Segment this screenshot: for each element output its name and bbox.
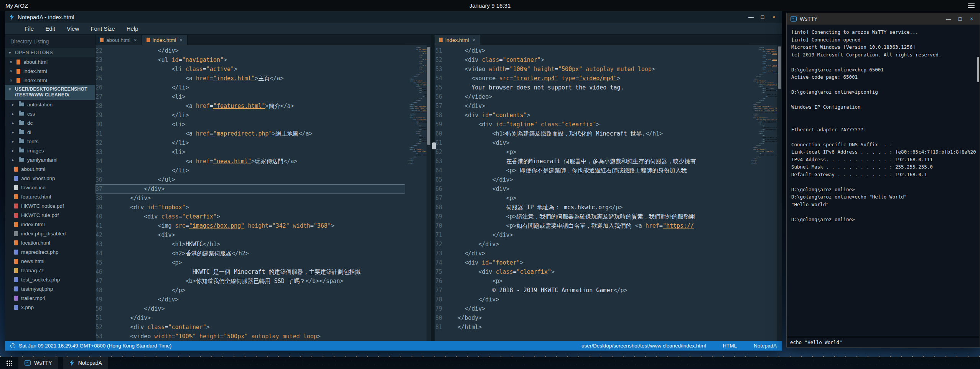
file-item-index.php_disabled[interactable]: index.php_disabled xyxy=(5,229,95,238)
app-launcher-button[interactable] xyxy=(4,358,14,368)
code-line[interactable]: 53 <video width="100%" height="500px" au… xyxy=(96,332,405,341)
file-item-location.html[interactable]: location.html xyxy=(5,238,95,247)
close-icon[interactable]: × xyxy=(10,68,13,74)
minimap-right[interactable]: </div> <ul id="navigation"> <li class="a… xyxy=(748,45,777,341)
code-line[interactable]: 81 </html> xyxy=(435,323,748,332)
editor-tab-about.html[interactable]: about.html× xyxy=(96,35,142,45)
code-line[interactable]: 40 <div class="clearfix"> xyxy=(96,212,405,221)
code-line[interactable]: 33 <li> xyxy=(96,147,405,157)
pane-splitter[interactable] xyxy=(431,35,435,341)
code-line[interactable]: 63 在香港的Minecraft 伺服器中，多為小遊戲和純生存的伺服器，較少擁有 xyxy=(435,157,748,166)
statusbar-language[interactable]: HTML xyxy=(723,343,737,349)
code-line[interactable]: 37 </div> xyxy=(96,184,405,194)
code-line[interactable]: 72 </div> xyxy=(435,240,748,249)
menu-font-size[interactable]: Font Size xyxy=(85,23,120,34)
file-item-about.html[interactable]: about.html xyxy=(5,164,95,174)
menu-help[interactable]: Help xyxy=(121,23,144,34)
code-line[interactable]: 71 </div> xyxy=(435,230,748,240)
code-line[interactable]: 26 </li> xyxy=(96,83,405,92)
code-line[interactable]: 57 </div> xyxy=(435,101,748,111)
code-line[interactable]: 79 </div> xyxy=(435,304,748,313)
code-line[interactable]: 67 <p> xyxy=(435,194,748,203)
close-button[interactable]: × xyxy=(966,13,977,25)
code-line[interactable]: 22 </div> xyxy=(96,46,405,55)
code-line[interactable]: 23 <ul id="navigation"> xyxy=(96,55,405,65)
code-line[interactable]: 78 </div> xyxy=(435,295,748,304)
code-line[interactable]: 32 </li> xyxy=(96,138,405,147)
file-item-favicon.ico[interactable]: favicon.ico xyxy=(5,183,95,192)
workspace-folder-header[interactable]: ▾ USER/DESKTOP/SCREENSHOT /TEST/WWW CLEA… xyxy=(5,85,95,100)
code-line[interactable]: 61 <div> xyxy=(435,138,748,147)
code-line[interactable]: 25 <a href="index.html">主頁</a> xyxy=(96,74,405,83)
notepada-titlebar[interactable]: NotepadA - index.html —□× xyxy=(5,11,782,23)
code-line[interactable]: 62 <p> xyxy=(435,147,748,157)
code-line[interactable]: 29 </li> xyxy=(96,111,405,120)
code-line[interactable]: 51 </div> xyxy=(435,46,748,55)
taskbar-item-wstty[interactable]: WsTTY xyxy=(18,357,58,369)
code-line[interactable]: 77 © 2018 - 2019 HKWTC Animation Gamer</… xyxy=(435,286,748,295)
scrollbar-left[interactable] xyxy=(427,45,431,341)
code-line[interactable]: 47 <b>你知道我們全線伺服器已轉用 SSD 了嗎？</b></span> xyxy=(96,276,405,286)
scrollbar-thumb[interactable] xyxy=(427,47,430,145)
code-line[interactable]: 59 <div id="tagline" class="clearfix"> xyxy=(435,120,748,129)
code-line[interactable]: 31 <a href="mapredirect.php">網上地圖</a> xyxy=(96,129,405,138)
code-line[interactable]: 60 <h1>特別為建築及鐵路而設，現代化的 Minecraft 世界.</h1… xyxy=(435,129,748,138)
folder-item-fonts[interactable]: ▸fonts xyxy=(5,137,95,146)
code-line[interactable]: 52 <div class="container"> xyxy=(96,323,405,332)
file-item-news.html[interactable]: news.html xyxy=(5,256,95,266)
code-line[interactable]: 38 </div> xyxy=(96,194,405,203)
code-line[interactable]: 73 </div> xyxy=(435,249,748,258)
code-line[interactable]: 51 </div> xyxy=(96,313,405,323)
file-item-features.html[interactable]: features.html xyxy=(5,192,95,201)
minimize-button[interactable]: — xyxy=(943,13,954,25)
code-line[interactable]: 74 <div id="footer"> xyxy=(435,258,748,267)
code-line[interactable]: 43 <h1>HKWTC</h1> xyxy=(96,240,405,249)
code-line[interactable]: 65 </div> xyxy=(435,175,748,184)
file-item-testmysql.php[interactable]: testmysql.php xyxy=(5,284,95,293)
code-line[interactable]: 45 <p> xyxy=(96,258,405,267)
folder-item-images[interactable]: ▸images xyxy=(5,146,95,155)
file-item-trailer.mp4[interactable]: trailer.mp4 xyxy=(5,293,95,303)
hamburger-menu-icon[interactable] xyxy=(968,3,975,8)
code-line[interactable]: 44 <h2>香港的建築伺服器</h2> xyxy=(96,249,405,258)
terminal-input[interactable]: echo "Hello World" xyxy=(787,337,980,347)
code-line[interactable]: 28 <a href="features.html">簡介</a> xyxy=(96,101,405,111)
file-item-index.html[interactable]: index.html xyxy=(5,220,95,229)
code-line[interactable]: 35 </li> xyxy=(96,166,405,175)
terminal-output-area[interactable]: [info] Conencting to arozos WsTTY servic… xyxy=(787,25,980,337)
code-line[interactable]: 52 <div class="container"> xyxy=(435,55,748,65)
code-line[interactable]: 27 <li> xyxy=(96,92,405,101)
code-line[interactable]: 48 </p> xyxy=(96,286,405,295)
file-item-HKWTC notice.pdf[interactable]: HKWTC notice.pdf xyxy=(5,201,95,210)
scrollbar-right[interactable] xyxy=(777,45,782,341)
file-item-mapredirect.php[interactable]: mapredirect.php xyxy=(5,247,95,256)
code-line[interactable]: 69 <p>請注意，我們的伺服器為確保玩家及遊玩時的質素，我們對外的服務開 xyxy=(435,212,748,221)
code-line[interactable]: 68 伺服器 IP 地址為： mcs.hkwtc.org</p> xyxy=(435,203,748,212)
open-editor-item[interactable]: ×index.html xyxy=(5,66,95,76)
minimap-left[interactable]: </div> <ul id="navigation"> <li class="a… xyxy=(405,45,427,341)
code-line[interactable]: 53 <video width="100%" height="500px" au… xyxy=(435,65,748,74)
editor-tab-index.html[interactable]: index.html× xyxy=(142,35,188,45)
file-item-add_vhost.php[interactable]: add_vhost.php xyxy=(5,174,95,183)
code-line[interactable]: 41 <img src="images/box.png" height="342… xyxy=(96,221,405,230)
code-line[interactable]: 58 <div id="contents"> xyxy=(435,111,748,120)
code-line[interactable]: 55 Your browser does not support the vid… xyxy=(435,83,748,92)
code-line[interactable]: 54 <source src="trailer.mp4" type="video… xyxy=(435,74,748,83)
code-line[interactable]: 42 <div> xyxy=(96,230,405,240)
close-icon[interactable]: × xyxy=(134,37,137,43)
minimize-button[interactable]: — xyxy=(745,11,757,23)
code-line[interactable]: 76 <p> xyxy=(435,276,748,286)
folder-item-dl[interactable]: ▸dl xyxy=(5,127,95,137)
code-line[interactable]: 70 <p>如有問題或需要申請白名單，歡迎加入我們的 <a href="http… xyxy=(435,221,748,230)
close-icon[interactable]: × xyxy=(10,78,13,83)
code-line[interactable]: 80 </body> xyxy=(435,313,748,323)
code-line[interactable]: 34 <a href="news.html">玩家傳送門</a> xyxy=(96,157,405,166)
folder-item-autostation[interactable]: ▸autostation xyxy=(5,100,95,109)
folder-item-css[interactable]: ▸css xyxy=(5,109,95,118)
code-line[interactable]: 24 <li class="active"> xyxy=(96,65,405,74)
folder-item-dc[interactable]: ▸dc xyxy=(5,118,95,127)
close-icon[interactable]: × xyxy=(10,59,13,65)
open-editors-header[interactable]: ▾ OPEN EDITORS xyxy=(5,48,95,57)
code-line[interactable]: 36 </ul> xyxy=(96,175,405,184)
open-editor-item[interactable]: ×index.html xyxy=(5,76,95,85)
